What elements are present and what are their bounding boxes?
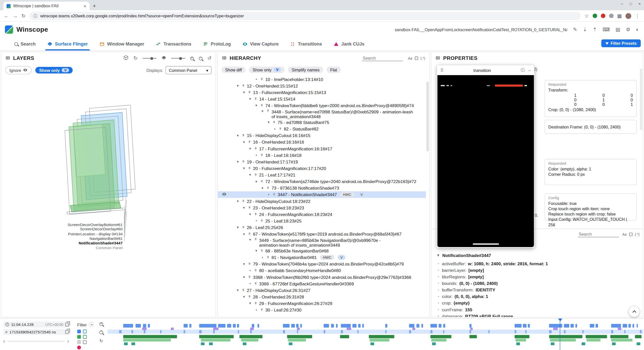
trace-segment[interactable] bbox=[288, 339, 306, 341]
hierarchy-node[interactable]: ▾28 - OneHanded:26:31#28 bbox=[218, 293, 426, 300]
trace-segment[interactable] bbox=[515, 335, 530, 338]
trace-segment[interactable] bbox=[623, 324, 627, 328]
pin-icon[interactable] bbox=[242, 84, 245, 88]
match-word-icon[interactable] bbox=[415, 57, 418, 60]
pin-icon[interactable] bbox=[260, 180, 264, 183]
trace-segment[interactable] bbox=[243, 342, 247, 345]
tab-transactions[interactable]: Transactions bbox=[150, 37, 197, 51]
hierarchy-node[interactable]: ▾20 - FullscreenMagnification:17:17#20 bbox=[218, 165, 426, 171]
copy-icon[interactable] bbox=[65, 330, 69, 334]
pin-icon[interactable] bbox=[266, 109, 270, 113]
pin-icon[interactable] bbox=[272, 120, 276, 124]
show-diff-toggle[interactable]: Show diff bbox=[221, 66, 246, 73]
regex-icon[interactable]: (.*) bbox=[420, 56, 425, 60]
regex-icon[interactable]: (.*) bbox=[635, 232, 640, 236]
hierarchy-node[interactable]: ▾26 - Leaf:25:25#26 bbox=[218, 224, 426, 231]
trace-segment[interactable] bbox=[213, 330, 215, 333]
trace-toggle-sf-icon[interactable] bbox=[77, 330, 81, 333]
trace-segment[interactable] bbox=[239, 335, 262, 338]
browser-tab[interactable]: Winscope | sandbox-FAIl × bbox=[3, 2, 90, 10]
trace-segment[interactable] bbox=[564, 324, 569, 328]
trace-toggle-transactions-icon[interactable] bbox=[77, 335, 81, 339]
trace-toggle-screenrecording-icon[interactable] bbox=[77, 346, 81, 349]
visibility-icon[interactable] bbox=[222, 192, 227, 197]
tab-protolog[interactable]: ProtoLog bbox=[197, 37, 236, 51]
expand-arrow-icon[interactable]: ▾ bbox=[248, 173, 252, 177]
trace-segment[interactable] bbox=[586, 335, 607, 338]
trace-segment[interactable] bbox=[409, 330, 411, 333]
extension-icon-gray[interactable] bbox=[609, 14, 614, 18]
trace-segment[interactable] bbox=[611, 324, 621, 328]
tab-view-capture[interactable]: View Capture bbox=[237, 37, 284, 51]
trace-segment[interactable] bbox=[587, 339, 600, 341]
trace-segment[interactable] bbox=[443, 324, 445, 328]
hierarchy-node[interactable]: •80 - ace6abb SecondaryHomeHandle0#80 bbox=[218, 267, 426, 274]
cursor-handle[interactable] bbox=[558, 319, 562, 321]
pin-icon[interactable] bbox=[242, 199, 245, 203]
trace-segment[interactable] bbox=[201, 342, 205, 345]
layer-rect-green-inner[interactable] bbox=[73, 124, 105, 177]
trace-segment[interactable] bbox=[184, 330, 185, 333]
hierarchy-node[interactable]: •30 - Leaf:26:27#30 bbox=[218, 307, 426, 313]
collapse-filter-icon[interactable] bbox=[89, 322, 94, 327]
trace-segment[interactable] bbox=[238, 330, 239, 333]
trace-segment[interactable] bbox=[635, 335, 641, 338]
tab-window-manager[interactable]: Window Manager bbox=[94, 37, 150, 51]
window-maximize-button[interactable]: □ bbox=[630, 2, 632, 6]
trace-segment[interactable] bbox=[611, 335, 629, 338]
pin-icon[interactable] bbox=[242, 226, 245, 229]
hierarchy-node[interactable]: ▾19 - OneHanded:17:17#19 bbox=[218, 158, 426, 165]
layer-label[interactable]: NavigationBar0#81 bbox=[90, 236, 123, 241]
property-row[interactable]: •crop:{empty} bbox=[437, 300, 640, 306]
filter-presets-button[interactable]: Filter Presets bbox=[601, 39, 641, 47]
tab-surface-flinger[interactable]: Surface Flinger bbox=[42, 37, 93, 51]
expand-arrow-icon[interactable]: ▾ bbox=[254, 249, 258, 253]
expand-arrow-icon[interactable]: ▾ bbox=[260, 186, 264, 190]
flat-toggle[interactable]: Flat bbox=[327, 66, 341, 73]
trace-segment[interactable] bbox=[596, 324, 598, 328]
trace-segment[interactable] bbox=[549, 335, 582, 338]
trace-segment[interactable] bbox=[144, 330, 145, 333]
pin-icon[interactable] bbox=[266, 186, 270, 190]
trace-segment[interactable] bbox=[370, 339, 389, 341]
hierarchy-node[interactable]: ▾13 - FullscreenMagnification:15:15#13 bbox=[218, 89, 426, 96]
address-bar[interactable]: ⓘ winscope.teams.x20web.corp.google.com/… bbox=[29, 12, 581, 20]
hierarchy-node[interactable]: ▾24 - FullscreenMagnification:18:23#24 bbox=[218, 211, 426, 217]
property-row[interactable]: •color:(0, 0, 0), alpha: 1 bbox=[437, 293, 640, 300]
trace-segment[interactable] bbox=[583, 330, 584, 333]
trace-segment[interactable] bbox=[297, 328, 300, 330]
trace-segment[interactable] bbox=[184, 324, 188, 328]
expand-arrow-icon[interactable]: ▾ bbox=[248, 147, 252, 151]
expand-arrow-icon[interactable]: ▾ bbox=[242, 140, 246, 144]
trace-segment[interactable] bbox=[347, 328, 351, 330]
hierarchy-node[interactable]: •10 - ImePlaceholder:13:14#10 bbox=[218, 76, 426, 82]
trace-toggle-edit-icon[interactable] bbox=[83, 340, 87, 344]
hierarchy-node[interactable]: ▾22 - HideDisplayCutout:18:23#22 bbox=[218, 198, 426, 204]
expand-arrow-icon[interactable]: ▾ bbox=[236, 199, 240, 203]
trace-segment[interactable] bbox=[300, 324, 302, 328]
back-button[interactable]: ← bbox=[4, 13, 9, 18]
trace-segment[interactable] bbox=[515, 324, 522, 328]
pin-icon[interactable] bbox=[260, 219, 264, 223]
shortcuts-icon[interactable]: ⌨ bbox=[603, 27, 610, 32]
trace-toggle-log-icon[interactable] bbox=[77, 340, 81, 344]
hierarchy-node[interactable]: •18 - Leaf:16:16#18 bbox=[218, 152, 426, 158]
pin-icon[interactable] bbox=[254, 173, 258, 177]
tab-jank-cujs[interactable]: Jank CUJs bbox=[328, 37, 370, 51]
hierarchy-node[interactable]: ▾68 - 885b63e NavigationBar0#68 bbox=[218, 247, 426, 254]
pin-icon[interactable] bbox=[272, 193, 276, 197]
trace-segment[interactable] bbox=[628, 324, 631, 328]
trace-segment[interactable] bbox=[385, 324, 387, 328]
hierarchy-node[interactable]: ▾72 - WindowToken{a2746de type=2040 andr… bbox=[218, 178, 426, 185]
trace-segment[interactable] bbox=[443, 330, 445, 333]
window-close-button[interactable]: × bbox=[638, 2, 641, 6]
pin-icon[interactable] bbox=[248, 206, 251, 210]
pin-icon[interactable] bbox=[260, 153, 264, 157]
timeline-scrollbar[interactable] bbox=[7, 340, 65, 342]
trace-segment[interactable] bbox=[287, 335, 312, 338]
minimize-icon[interactable]: ─ bbox=[528, 68, 531, 72]
hierarchy-node[interactable]: ▾75 - ed70f88 StatusBar#75 bbox=[218, 119, 426, 125]
trace-segment[interactable] bbox=[438, 324, 442, 328]
trace-segment[interactable] bbox=[199, 330, 202, 333]
hierarchy-search-input[interactable] bbox=[362, 55, 403, 61]
